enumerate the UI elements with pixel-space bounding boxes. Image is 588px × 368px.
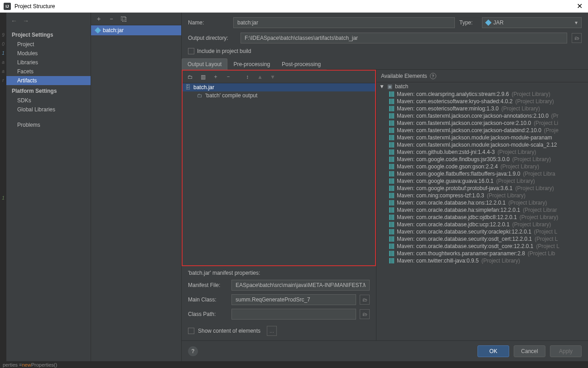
back-icon[interactable]: ← bbox=[11, 17, 17, 24]
library-item[interactable]: Maven: com.fasterxml.jackson.module:jack… bbox=[376, 134, 588, 141]
library-icon bbox=[389, 222, 394, 227]
include-build-checkbox[interactable] bbox=[188, 48, 194, 54]
add-artifact-icon[interactable]: ＋ bbox=[96, 15, 102, 23]
library-icon bbox=[389, 99, 394, 104]
sidebar-item-global-libraries[interactable]: Global Libraries bbox=[6, 105, 91, 114]
library-icon bbox=[389, 258, 394, 263]
tab-post-processing[interactable]: Post-processing bbox=[276, 58, 327, 70]
help-button[interactable]: ? bbox=[188, 346, 198, 356]
sidebar-item-problems[interactable]: Problems bbox=[6, 120, 91, 129]
library-scope: (Project Library) bbox=[482, 258, 520, 264]
library-scope: (Pr bbox=[551, 113, 559, 119]
library-item[interactable]: Maven: com.esotericsoftware:minlog:1.3.0… bbox=[376, 105, 588, 112]
sidebar-item-modules[interactable]: Modules bbox=[6, 49, 91, 58]
library-scope: (Project L bbox=[534, 229, 557, 235]
library-name: Maven: com.twitter:chill-java:0.9.5 bbox=[397, 258, 479, 264]
expand-icon[interactable]: ▼ bbox=[379, 83, 385, 90]
library-item[interactable]: Maven: com.fasterxml.jackson.core:jackso… bbox=[376, 112, 588, 119]
library-item[interactable]: Maven: com.ning:compress-lzf:1.0.3 (Proj… bbox=[376, 192, 588, 199]
library-item[interactable]: Maven: com.oracle.database.ha:simplefan:… bbox=[376, 206, 588, 214]
browse-output-icon[interactable]: 🗁 bbox=[572, 33, 582, 43]
library-item[interactable]: Maven: com.oracle.database.jdbc:ucp:12.2… bbox=[376, 221, 588, 228]
library-item[interactable]: Maven: com.fasterxml.jackson.module:jack… bbox=[376, 141, 588, 148]
library-scope: (Project Library) bbox=[508, 200, 547, 206]
library-item[interactable]: Maven: com.fasterxml.jackson.core:jackso… bbox=[376, 119, 588, 127]
artifact-item[interactable]: batch:jar bbox=[91, 25, 181, 35]
output-dir-input[interactable] bbox=[241, 33, 567, 43]
library-scope: (Project L bbox=[536, 243, 559, 249]
library-name: Maven: com.oracle.database.ha:simplefan:… bbox=[397, 207, 520, 213]
library-icon bbox=[389, 142, 394, 148]
library-name: Maven: com.google.code.findbugs:jsr305:3… bbox=[397, 156, 510, 162]
copy-artifact-icon[interactable]: ⿻ bbox=[121, 15, 127, 23]
sidebar-item-artifacts[interactable]: Artifacts bbox=[6, 76, 91, 85]
type-value: JAR bbox=[493, 19, 504, 26]
forward-icon[interactable]: → bbox=[23, 17, 29, 24]
tab-pre-processing[interactable]: Pre-processing bbox=[227, 58, 276, 70]
library-item[interactable]: Maven: com.fasterxml.jackson.core:jackso… bbox=[376, 127, 588, 134]
library-item[interactable]: Maven: com.clearspring.analytics:stream:… bbox=[376, 91, 588, 98]
browse-class-path-icon[interactable]: 🗁 bbox=[360, 309, 370, 319]
tree-root-jar[interactable]: 🗄 batch.jar bbox=[183, 83, 375, 91]
class-path-input[interactable] bbox=[231, 309, 356, 320]
library-icon bbox=[389, 229, 394, 234]
manifest-file-input[interactable] bbox=[231, 280, 370, 291]
library-icon bbox=[389, 120, 394, 126]
name-input[interactable] bbox=[233, 17, 455, 28]
manifest-file-label: Manifest File: bbox=[188, 282, 228, 288]
library-icon bbox=[389, 244, 394, 249]
ok-button[interactable]: OK bbox=[477, 345, 509, 357]
sidebar-item-libraries[interactable]: Libraries bbox=[6, 58, 91, 67]
help-icon[interactable]: ? bbox=[430, 73, 436, 79]
section-platform-settings: Platform Settings bbox=[6, 85, 91, 96]
remove-artifact-icon[interactable]: － bbox=[108, 15, 115, 23]
remove-item-icon[interactable]: － bbox=[223, 72, 233, 82]
add-copy-icon[interactable]: ＋ bbox=[211, 72, 221, 82]
main-class-label: Main Class: bbox=[188, 296, 228, 303]
library-item[interactable]: Maven: com.google.flatbuffers:flatbuffer… bbox=[376, 170, 588, 177]
tree-compile-output[interactable]: 🗀 'batch' compile output bbox=[183, 91, 375, 100]
jar-icon bbox=[485, 19, 492, 26]
library-scope: (Project Lib bbox=[528, 250, 555, 257]
library-item[interactable]: Maven: com.twitter:chill-java:0.9.5 (Pro… bbox=[376, 257, 588, 264]
show-content-checkbox[interactable] bbox=[188, 328, 194, 334]
new-folder-icon[interactable]: 🗀 bbox=[185, 72, 195, 82]
move-down-icon[interactable]: ▼ bbox=[268, 72, 278, 82]
apply-button[interactable]: Apply bbox=[550, 345, 582, 357]
show-content-options-icon[interactable]: … bbox=[267, 326, 277, 336]
library-item[interactable]: Maven: com.oracle.database.security:orac… bbox=[376, 228, 588, 235]
library-icon bbox=[389, 178, 394, 184]
library-item[interactable]: Maven: com.google.code.findbugs:jsr305:3… bbox=[376, 156, 588, 163]
type-select[interactable]: JAR bbox=[482, 17, 582, 28]
library-item[interactable]: Maven: com.oracle.database.security:osdt… bbox=[376, 235, 588, 243]
browse-main-class-icon[interactable]: 🗁 bbox=[360, 295, 370, 305]
tree-child-label: 'batch' compile output bbox=[205, 92, 257, 99]
library-scope: (Project Library) bbox=[501, 105, 540, 112]
sidebar-item-project[interactable]: Project bbox=[6, 40, 91, 49]
module-row[interactable]: ▼ ▣ batch bbox=[376, 82, 588, 91]
library-item[interactable]: Maven: com.google.code.gson:gson:2.2.4 (… bbox=[376, 163, 588, 170]
sidebar-item-facets[interactable]: Facets bbox=[6, 67, 91, 76]
move-up-icon[interactable]: ▲ bbox=[255, 72, 265, 82]
library-item[interactable]: Maven: com.esotericsoftware:kryo-shaded:… bbox=[376, 98, 588, 105]
library-name: Maven: com.fasterxml.jackson.core:jackso… bbox=[397, 127, 541, 134]
main-class-input[interactable] bbox=[231, 294, 356, 305]
new-archive-icon[interactable]: ▥ bbox=[198, 72, 208, 82]
close-icon[interactable]: ✕ bbox=[575, 2, 584, 10]
library-name: Maven: com.oracle.database.jdbc:ojdbc8:1… bbox=[397, 214, 517, 220]
sort-icon[interactable]: ↕ bbox=[242, 72, 252, 82]
library-item[interactable]: Maven: com.google.guava:guava:16.0.1 (Pr… bbox=[376, 177, 588, 185]
library-item[interactable]: Maven: com.google.protobuf:protobuf-java… bbox=[376, 185, 588, 192]
cancel-button[interactable]: Cancel bbox=[514, 345, 545, 357]
type-label: Type: bbox=[459, 19, 477, 26]
library-item[interactable]: Maven: com.thoughtworks.paranamer:parana… bbox=[376, 250, 588, 257]
library-icon bbox=[389, 157, 394, 162]
library-item[interactable]: Maven: com.oracle.database.security:osdt… bbox=[376, 243, 588, 250]
tab-output-layout[interactable]: Output Layout bbox=[182, 58, 227, 70]
library-item[interactable]: Maven: com.oracle.database.jdbc:ojdbc8:1… bbox=[376, 214, 588, 221]
editor-gutter: 901aar1 bbox=[0, 13, 6, 361]
library-item[interactable]: Maven: com.oracle.database.ha:ons:12.2.0… bbox=[376, 199, 588, 206]
sidebar-item-sdks[interactable]: SDKs bbox=[6, 96, 91, 105]
manifest-title: 'batch.jar' manifest properties: bbox=[188, 270, 370, 276]
library-item[interactable]: Maven: com.github.luben:zstd-jni:1.4.4-3… bbox=[376, 148, 588, 156]
